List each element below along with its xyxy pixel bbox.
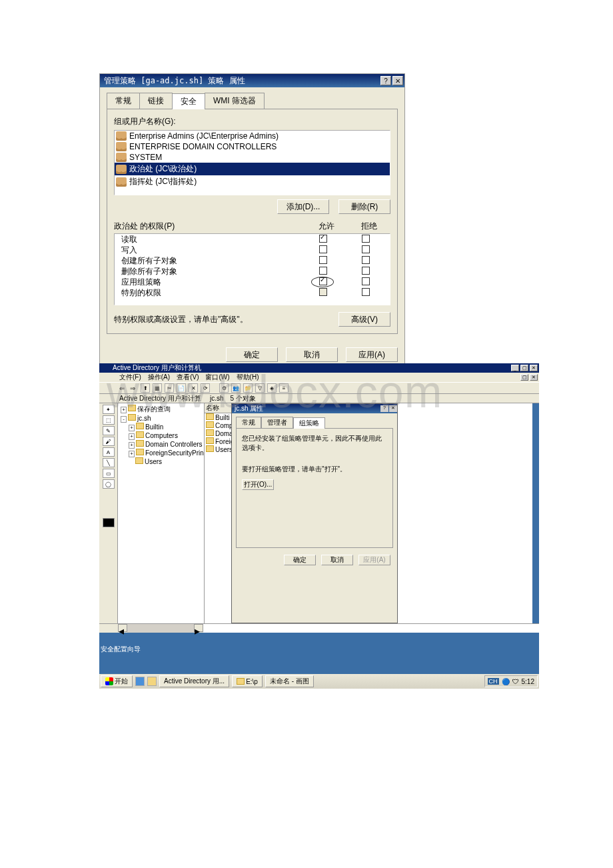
tree-item[interactable]: +Computers [119, 431, 203, 440]
tree-item[interactable]: +ForeignSecurityPrinci [119, 449, 203, 457]
deny-checkbox[interactable] [362, 256, 370, 264]
advanced-button[interactable]: 高级(V) [338, 312, 390, 327]
clock[interactable]: 5:12 [522, 678, 534, 685]
tray-icon[interactable]: 🛡 [512, 678, 519, 685]
toolbar-icon[interactable]: ◈ [267, 383, 277, 393]
tool-icon[interactable]: 🖌 [103, 437, 115, 446]
allow-checkbox[interactable] [319, 267, 327, 275]
toolbar-icon[interactable]: ✕ [189, 383, 198, 393]
scroll-left-icon[interactable]: ◂ [118, 624, 127, 632]
restore-icon[interactable]: ▢ [520, 374, 528, 381]
apply-button[interactable]: 应用(A) [346, 347, 398, 362]
deny-checkbox[interactable] [362, 245, 370, 253]
group-row[interactable]: 指挥处 (JC\指挥处) [115, 175, 390, 188]
apply-button[interactable]: 应用(A) [358, 555, 390, 565]
forward-icon[interactable]: ⇒ [130, 385, 135, 392]
taskbar-button[interactable]: 未命名 - 画图 [265, 675, 314, 687]
allow-checkbox[interactable] [319, 288, 327, 296]
group-row[interactable]: Enterprise Admins (JC\Enterprise Admins) [115, 131, 390, 141]
list-item[interactable]: Users [205, 445, 231, 453]
list-item[interactable]: Builti [205, 413, 231, 421]
menu-file[interactable]: 文件(F) [119, 373, 141, 382]
toolbar-icon[interactable]: 📄 [177, 383, 186, 393]
tab2-manager[interactable]: 管理者 [261, 417, 293, 428]
list-item[interactable]: Foreig [205, 437, 231, 445]
mmc-titlebar[interactable]: Active Directory 用户和计算机 _ ▢ ✕ [99, 363, 539, 373]
tray-icon[interactable]: 🔵 [502, 678, 510, 685]
tree-pane[interactable]: +保存的查询 -jc.sh +Builtin +Computers +Domai… [118, 403, 205, 623]
tab2-general[interactable]: 常规 [236, 417, 261, 428]
tool-option[interactable] [103, 518, 115, 527]
toolbar-icon[interactable]: ≡ [279, 383, 289, 393]
list-header[interactable]: 名称 [205, 403, 231, 413]
ok-button[interactable]: 确定 [226, 347, 278, 362]
cancel-button[interactable]: 取消 [286, 347, 338, 362]
toolbar-icon[interactable]: ▦ [153, 383, 162, 393]
allow-checkbox[interactable] [319, 245, 327, 253]
deny-checkbox[interactable] [362, 267, 370, 275]
close-icon[interactable]: ✕ [392, 76, 403, 85]
remove-button[interactable]: 删除(R) [338, 199, 390, 214]
help-icon[interactable]: ? [380, 405, 388, 412]
menu-action[interactable]: 操作(A) [148, 373, 170, 382]
deny-checkbox[interactable] [362, 235, 370, 243]
group-row[interactable]: SYSTEM [115, 152, 390, 163]
deny-checkbox[interactable] [362, 288, 370, 296]
up-icon[interactable]: ⬆ [141, 383, 150, 393]
minimize-icon[interactable]: _ [511, 365, 519, 371]
ok-button[interactable]: 确定 [284, 555, 316, 565]
tab2-gpo[interactable]: 组策略 [293, 417, 325, 429]
list-pane[interactable]: 名称 Builti Comput Domain Foreig Users [205, 403, 231, 623]
system-tray[interactable]: CH 🔵 🛡 5:12 [484, 675, 538, 687]
tool-icon[interactable]: ▭ [103, 469, 115, 478]
tool-icon[interactable]: ✎ [103, 426, 115, 435]
open-button[interactable]: 打开(O)... [242, 479, 274, 490]
dialog-titlebar[interactable]: 管理策略 [ga-ad.jc.sh] 策略 属性 ? ✕ [100, 74, 404, 87]
h-scrollbar[interactable]: ◂ ▸ [99, 623, 539, 633]
tab-links[interactable]: 链接 [139, 93, 173, 109]
group-row[interactable]: ENTERPRISE DOMAIN CONTROLLERS [115, 141, 390, 152]
tool-icon[interactable]: ✦ [103, 405, 115, 414]
toolbar-icon[interactable]: ⟳ [201, 383, 210, 393]
tab-general[interactable]: 常规 [107, 93, 140, 109]
close-icon[interactable]: ✕ [389, 405, 397, 412]
menu-window[interactable]: 窗口(W) [205, 373, 229, 382]
toolbar-icon[interactable]: 👥 [231, 383, 241, 393]
tool-icon[interactable]: ⬚ [103, 415, 115, 425]
taskbar-button[interactable]: E:\p [232, 675, 263, 687]
allow-checkbox[interactable] [319, 235, 327, 243]
close-child-icon[interactable]: ✕ [530, 374, 538, 381]
list-item[interactable]: Comput [205, 421, 231, 429]
dialog2-titlebar[interactable]: jc.sh 属性 ? ✕ [232, 404, 397, 413]
tool-icon[interactable]: ╲ [103, 458, 115, 467]
allow-checkbox[interactable] [319, 256, 327, 264]
toolbar-icon[interactable]: ✂ [165, 383, 174, 393]
start-button[interactable]: 开始 [101, 675, 133, 687]
tree-item[interactable]: -jc.sh [119, 414, 203, 423]
menu-help[interactable]: 帮助(H) [237, 373, 259, 382]
tab-security[interactable]: 安全 [172, 93, 205, 109]
group-row-selected[interactable]: 政治处 (JC\政治处) [115, 163, 390, 175]
allow-checkbox[interactable] [319, 277, 327, 285]
taskbar-button[interactable]: Active Directory 用... [159, 675, 229, 687]
tool-icon[interactable]: A [103, 447, 115, 457]
help-icon[interactable]: ? [380, 76, 391, 85]
quicklaunch-icon[interactable] [147, 677, 157, 686]
tab-wmi[interactable]: WMI 筛选器 [205, 93, 265, 109]
groups-listbox[interactable]: Enterprise Admins (JC\Enterprise Admins)… [114, 130, 390, 195]
toolbar-icon[interactable]: ⚙ [219, 383, 229, 393]
tree-item[interactable]: +Domain Controllers [119, 440, 203, 449]
deny-checkbox[interactable] [362, 277, 370, 285]
permissions-listbox[interactable]: 读取 写入 创建所有子对象 删除所有子对象 应用组策略 特别的权限 [114, 233, 390, 305]
quicklaunch-icon[interactable] [135, 677, 145, 686]
maximize-icon[interactable]: ▢ [520, 365, 528, 371]
scroll-right-icon[interactable]: ▸ [194, 624, 203, 632]
tree-item[interactable]: Users [119, 457, 203, 465]
cancel-button[interactable]: 取消 [321, 555, 353, 565]
toolbar-icon[interactable]: ▽ [255, 383, 265, 393]
list-item[interactable]: Domain [205, 429, 231, 437]
lang-indicator[interactable]: CH [488, 678, 499, 685]
menu-view[interactable]: 查看(V) [177, 373, 199, 382]
tool-icon[interactable]: ◯ [103, 479, 115, 489]
toolbar-icon[interactable]: 📁 [243, 383, 253, 393]
